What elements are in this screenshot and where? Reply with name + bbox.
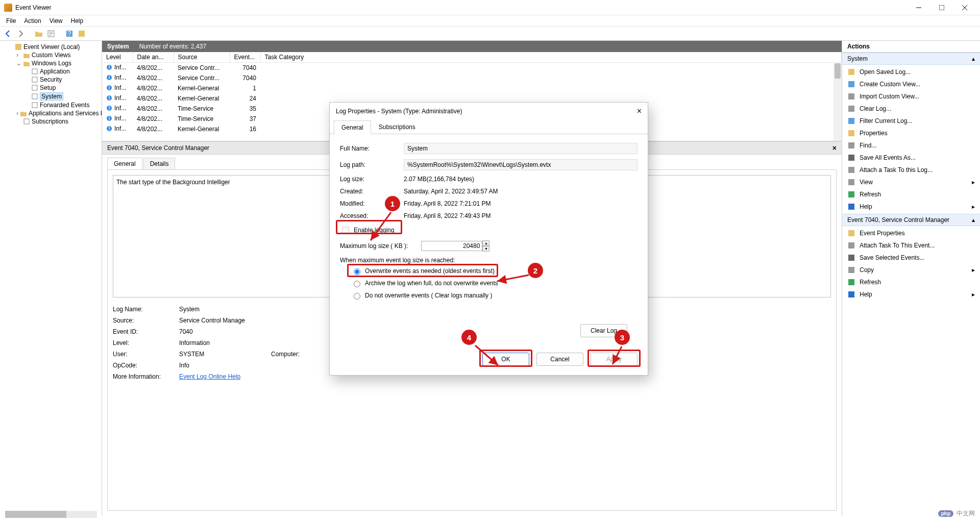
tree-forwarded-label: Forwarded Events — [40, 102, 89, 109]
svg-rect-7 — [32, 77, 37, 82]
maxsize-down-button[interactable]: ▼ — [482, 246, 489, 252]
action-help[interactable]: Help▸ — [842, 201, 980, 213]
svg-rect-5 — [15, 44, 21, 50]
actions-group-system[interactable]: System ▴ — [842, 53, 980, 65]
action-attach-a-task-to-this-log[interactable]: Attach a Task To this Log... — [842, 164, 980, 176]
radio-donot[interactable] — [354, 293, 360, 300]
action-copy[interactable]: Copy▸ — [842, 264, 980, 276]
kv-level-k: Level: — [113, 339, 169, 346]
radio-overwrite[interactable] — [354, 268, 360, 275]
minimize-button[interactable] — [907, 1, 930, 15]
action-open-saved-log[interactable]: Open Saved Log... — [842, 66, 980, 78]
maxsize-spinner[interactable]: ▲ ▼ — [421, 240, 489, 252]
ok-button[interactable]: OK — [482, 353, 529, 366]
action-help[interactable]: Help▸ — [842, 288, 980, 301]
clear-log-button[interactable]: Clear Log — [580, 324, 627, 337]
action-view[interactable]: View▸ — [842, 176, 980, 188]
tree-application[interactable]: Application — [24, 67, 102, 76]
dialog-title-bar[interactable]: Log Properties - System (Type: Administr… — [330, 103, 648, 120]
properties-icon[interactable] — [46, 29, 56, 39]
action-refresh[interactable]: Refresh — [842, 188, 980, 201]
close-button[interactable] — [953, 1, 976, 15]
action-icon — [847, 254, 855, 262]
dlg-fullname-k: Full Name: — [340, 145, 404, 152]
tree-custom-views[interactable]: ›Custom Views — [16, 51, 102, 59]
action-find[interactable]: Find... — [842, 139, 980, 152]
maximize-button[interactable] — [930, 1, 953, 15]
enable-logging-checkbox[interactable] — [342, 227, 349, 234]
radio-archive-label: Archive the log when full, do not overwr… — [365, 280, 498, 287]
forward-button[interactable] — [15, 29, 26, 39]
cancel-button[interactable]: Cancel — [536, 353, 583, 366]
col-eventid[interactable]: Event... — [230, 52, 260, 63]
action-label: View — [860, 179, 873, 186]
dialog-close-icon[interactable]: × — [637, 107, 642, 116]
help-icon[interactable]: ? — [64, 29, 75, 39]
kv-source-v: Service Control Manage — [179, 317, 261, 324]
action-clear-log[interactable]: Clear Log... — [842, 103, 980, 115]
tree-windows-logs[interactable]: ⌄Windows Logs — [16, 59, 102, 67]
table-row[interactable]: iInf...4/8/202...Service Contr...7040 — [102, 63, 842, 73]
open-icon[interactable] — [34, 29, 44, 39]
menu-view[interactable]: View — [45, 16, 67, 26]
action-event-properties[interactable]: Event Properties — [842, 227, 980, 239]
tree-root[interactable]: Event Viewer (Local) — [8, 43, 102, 51]
action-attach-task-to-this-event[interactable]: Attach Task To This Event... — [842, 239, 980, 252]
strip-count: Number of events: 2,437 — [139, 43, 206, 50]
action-icon — [847, 203, 855, 211]
dlg-created-k: Created: — [340, 188, 404, 195]
maxsize-up-button[interactable]: ▲ — [482, 240, 489, 246]
menu-help[interactable]: Help — [67, 16, 88, 26]
tree-apps-services[interactable]: ›Applications and Services Logs — [16, 109, 102, 117]
svg-rect-8 — [32, 85, 37, 90]
tree-horizontal-scrollbar[interactable] — [5, 511, 97, 516]
col-date[interactable]: Date an... — [133, 52, 174, 63]
tree-system[interactable]: System — [24, 92, 102, 101]
navigation-tree[interactable]: Event Viewer (Local) ›Custom Views ⌄Wind… — [0, 41, 102, 516]
action-filter-current-log[interactable]: Filter Current Log... — [842, 115, 980, 127]
table-row[interactable]: iInf...4/8/202...Service Contr...7040 — [102, 73, 842, 83]
dlg-logpath-field[interactable] — [404, 159, 638, 170]
events-scrollbar[interactable] — [834, 63, 842, 141]
svg-text:i: i — [109, 115, 110, 121]
close-detail-icon[interactable]: × — [832, 144, 837, 152]
action-save-selected-events[interactable]: Save Selected Events... — [842, 252, 980, 264]
col-source[interactable]: Source — [174, 52, 230, 63]
tree-subscriptions[interactable]: Subscriptions — [16, 117, 102, 126]
menu-file[interactable]: File — [2, 16, 20, 26]
actions-group-event-label: Event 7040, Service Control Manager — [847, 216, 949, 224]
svg-rect-9 — [32, 94, 37, 99]
action-icon — [847, 105, 855, 113]
tree-forwarded[interactable]: Forwarded Events — [24, 101, 102, 109]
action-label: Refresh — [860, 279, 881, 286]
action-save-all-events-as[interactable]: Save All Events As... — [842, 152, 980, 164]
tree-setup[interactable]: Setup — [24, 84, 102, 92]
action-icon — [847, 241, 855, 250]
actions-group-event[interactable]: Event 7040, Service Control Manager ▴ — [842, 214, 980, 226]
tree-security[interactable]: Security — [24, 76, 102, 84]
events-header-strip: System Number of events: 2,437 — [102, 41, 842, 52]
dialog-tab-general[interactable]: General — [334, 120, 371, 134]
dialog-tab-subscriptions[interactable]: Subscriptions — [371, 120, 423, 134]
action-import-custom-view[interactable]: Import Custom View... — [842, 90, 980, 103]
dlg-fullname-field[interactable] — [404, 143, 638, 154]
action-create-custom-view[interactable]: Create Custom View... — [842, 78, 980, 90]
col-task[interactable]: Task Category — [260, 52, 842, 63]
apply-button[interactable]: Apply — [591, 353, 638, 366]
action-refresh[interactable]: Refresh — [842, 276, 980, 288]
action-properties[interactable]: Properties — [842, 127, 980, 139]
radio-archive[interactable] — [354, 281, 360, 287]
tab-general[interactable]: General — [107, 158, 142, 169]
enable-logging-label: Enable logging — [354, 227, 394, 234]
action-icon — [847, 266, 855, 274]
back-button[interactable] — [3, 29, 13, 39]
svg-rect-36 — [848, 191, 854, 197]
table-row[interactable]: iInf...4/8/202...Kernel-General1 — [102, 83, 842, 93]
menu-action[interactable]: Action — [20, 16, 45, 26]
event-log-help-link[interactable]: Event Log Online Help — [179, 373, 240, 380]
svg-text:i: i — [109, 64, 110, 70]
refresh-icon[interactable] — [77, 29, 87, 39]
col-level[interactable]: Level — [102, 52, 133, 63]
maxsize-input[interactable] — [421, 241, 482, 251]
tab-details[interactable]: Details — [143, 158, 176, 169]
